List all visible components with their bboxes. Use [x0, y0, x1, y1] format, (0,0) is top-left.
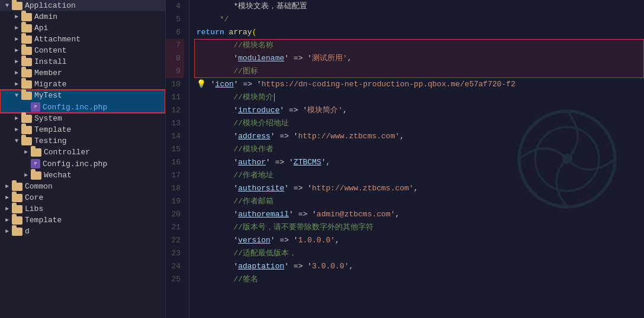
- code-line-15: //模块作者: [197, 143, 644, 156]
- code-token: 3.0.0.0: [312, 260, 344, 273]
- sidebar-item-member[interactable]: Member: [0, 67, 165, 79]
- code-token: ,: [400, 130, 404, 143]
- code-line-6: return array(: [197, 26, 644, 39]
- code-token: ZTBCMS: [294, 156, 321, 169]
- sidebar-item-admin[interactable]: Admin: [0, 11, 165, 22]
- editor-content-area: 4 5 6 7 8 9 10 11 12 13 14 15 16 17 18 1…: [166, 0, 644, 318]
- folder-icon-testing: [21, 137, 32, 145]
- sidebar-item-common[interactable]: Common: [0, 181, 165, 192]
- code-token: address: [238, 130, 271, 143]
- code-token: ': [206, 78, 215, 91]
- arrow-mytest: [12, 92, 21, 99]
- code-line-25: //签名: [197, 273, 644, 286]
- arrow-application: [2, 2, 12, 9]
- folder-icon-d: [12, 228, 22, 236]
- line-num-12: 12: [166, 104, 184, 117]
- line-num-22: 22: [166, 234, 184, 247]
- sidebar-item-template[interactable]: Template: [0, 124, 165, 135]
- sidebar-item-install[interactable]: Install: [0, 56, 165, 67]
- code-line-22: 'version' => '1.0.0.0',: [197, 234, 644, 247]
- sidebar-item-migrate[interactable]: Migrate: [0, 79, 165, 90]
- arrow-d: [2, 228, 12, 235]
- line-num-24: 24: [166, 260, 184, 273]
- line-num-17: 17: [166, 169, 184, 182]
- label-application: Application: [25, 1, 76, 10]
- code-token: icon: [215, 78, 234, 91]
- sidebar-item-content[interactable]: Content: [0, 45, 165, 56]
- sidebar-item-application[interactable]: Application: [0, 0, 165, 11]
- label-content: Content: [34, 46, 67, 55]
- sidebar-item-mytest[interactable]: MyTest: [0, 90, 165, 101]
- sidebar-item-template2[interactable]: Template: [0, 215, 165, 226]
- file-tree-sidebar[interactable]: Application Admin Api Attachment Content…: [0, 0, 166, 318]
- code-token: *: [197, 0, 238, 13]
- code-token: ': [197, 52, 238, 65]
- label-testing: Testing: [34, 137, 67, 145]
- code-token: authoremail: [238, 208, 289, 221]
- code-token: 模块文表，基础配置: [238, 0, 307, 13]
- sidebar-item-d[interactable]: d: [0, 226, 165, 237]
- line-num-9: 9: [166, 65, 184, 78]
- code-token: ,: [343, 104, 347, 117]
- line-num-6: 6: [166, 26, 184, 39]
- code-token: authorsite: [238, 182, 284, 195]
- sidebar-item-testing[interactable]: Testing: [0, 135, 165, 147]
- arrow-content: [12, 47, 21, 54]
- line-num-25: 25: [166, 273, 184, 286]
- line-num-4: 4: [166, 0, 184, 13]
- code-text-area[interactable]: *模块文表，基础配置 */ return array( //模块名称: [189, 0, 644, 318]
- code-token: ': [197, 156, 238, 169]
- folder-icon-api: [21, 24, 32, 33]
- label-core: Core: [25, 193, 43, 202]
- label-migrate: Migrate: [34, 80, 67, 89]
- code-token: ,: [349, 260, 353, 273]
- folder-icon-wechat: [31, 171, 41, 180]
- folder-icon-migrate: [21, 80, 32, 89]
- sidebar-item-core[interactable]: Core: [0, 192, 165, 203]
- code-token: ': [197, 104, 238, 117]
- code-editor: 4 5 6 7 8 9 10 11 12 13 14 15 16 17 18 1…: [166, 0, 644, 318]
- code-token: ': [197, 130, 238, 143]
- code-token: ': [197, 182, 238, 195]
- folder-icon-content: [21, 47, 32, 55]
- code-line-13: //模块介绍地址: [197, 117, 644, 130]
- label-d: d: [25, 227, 30, 236]
- code-token: version: [238, 234, 271, 247]
- lightbulb-icon: 💡: [197, 78, 206, 91]
- code-token: (: [252, 26, 257, 39]
- sidebar-item-wechat[interactable]: Wechat: [0, 170, 165, 181]
- code-token: return: [197, 26, 229, 39]
- line-num-23: 23: [166, 247, 184, 260]
- code-token: //适配最低版本，: [197, 247, 297, 260]
- sidebar-item-libs[interactable]: Libs: [0, 203, 165, 215]
- sidebar-item-config-inc-php[interactable]: P Config.inc.php: [0, 101, 165, 113]
- code-token: ' => ': [289, 208, 317, 221]
- folder-icon-admin: [21, 13, 32, 21]
- code-token: //图标: [197, 65, 258, 78]
- line-num-10: 10: [166, 78, 184, 91]
- code-line-19: //作者邮箱: [197, 195, 644, 208]
- sidebar-item-config-inc-php2[interactable]: P Config.inc.php: [0, 158, 165, 170]
- code-line-21: //版本号，请不要带除数字外的其他字符: [197, 221, 644, 234]
- sidebar-item-attachment[interactable]: Attachment: [0, 34, 165, 45]
- sidebar-item-controller[interactable]: Controller: [0, 147, 165, 158]
- line-num-18: 18: [166, 182, 184, 195]
- folder-icon-install: [21, 58, 32, 66]
- code-line-8: 'modulename' => '测试所用',: [197, 52, 644, 65]
- folder-icon-controller: [31, 148, 41, 157]
- code-line-17: //作者地址: [197, 169, 644, 182]
- label-api: Api: [34, 24, 48, 33]
- sidebar-item-api[interactable]: Api: [0, 22, 165, 34]
- code-token: //作者邮箱: [197, 195, 273, 208]
- sidebar-item-system[interactable]: System: [0, 113, 165, 124]
- code-token: ': [330, 234, 335, 247]
- line-num-8: 8: [166, 52, 184, 65]
- code-line-12: 'introduce' => '模块简介',: [197, 104, 644, 117]
- code-line-18: 'authorsite' => 'http://www.ztbcms.com',: [197, 182, 644, 195]
- label-install: Install: [34, 57, 67, 66]
- code-token: http://www.ztbcms.com: [312, 182, 409, 195]
- arrow-template2: [2, 217, 12, 223]
- code-token: */: [197, 13, 229, 26]
- label-attachment: Attachment: [34, 35, 80, 44]
- line-num-19: 19: [166, 195, 184, 208]
